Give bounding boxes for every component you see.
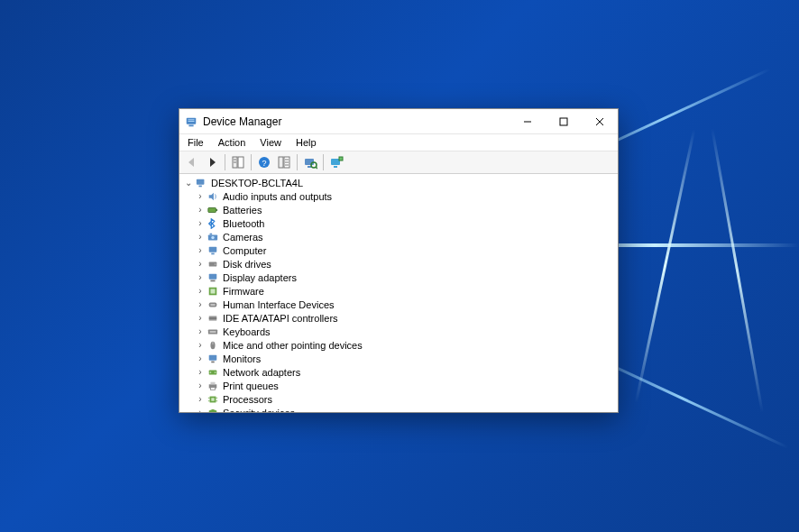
computer-icon <box>194 177 208 189</box>
menu-help[interactable]: Help <box>289 136 323 149</box>
expand-icon[interactable]: › <box>195 368 206 377</box>
show-hide-console-tree-button[interactable] <box>228 152 248 172</box>
display-icon <box>206 271 220 284</box>
svg-rect-24 <box>334 166 337 168</box>
svg-rect-25 <box>339 157 343 161</box>
toolbar-separator <box>251 154 252 170</box>
svg-rect-9 <box>238 157 243 168</box>
mouse-icon <box>206 339 220 352</box>
device-manager-window: Device Manager File Action View Help <box>179 108 619 413</box>
tree-category-disk[interactable]: ›Disk drives <box>195 257 614 271</box>
expand-icon[interactable]: › <box>195 273 206 282</box>
tree-root-node[interactable]: ⌄ DESKTOP-BCLTA4L <box>183 176 614 189</box>
expand-icon[interactable]: › <box>195 354 206 363</box>
desktop-wallpaper: Device Manager File Action View Help <box>0 0 799 532</box>
tree-category-printer[interactable]: ›Print queues <box>195 379 614 392</box>
scan-hardware-button[interactable] <box>300 152 320 172</box>
category-label: Display adapters <box>223 272 297 283</box>
monitor-icon <box>206 353 220 365</box>
expand-icon[interactable]: › <box>195 233 206 242</box>
menu-action[interactable]: Action <box>212 136 253 149</box>
disk-icon <box>206 258 220 271</box>
tree-category-display[interactable]: ›Display adapters <box>195 271 614 284</box>
menu-file[interactable]: File <box>181 136 210 149</box>
computer-icon <box>206 244 220 257</box>
svg-text:?: ? <box>262 159 266 168</box>
action-button[interactable] <box>274 152 294 172</box>
menubar: File Action View Help <box>179 134 618 151</box>
toolbar-separator <box>297 154 298 170</box>
titlebar[interactable]: Device Manager <box>179 109 618 134</box>
expand-icon[interactable]: › <box>195 381 206 390</box>
expand-icon[interactable]: › <box>195 327 206 336</box>
tree-category-keyboard[interactable]: ›Keyboards <box>195 325 614 338</box>
battery-icon <box>206 204 220 216</box>
svg-rect-27 <box>198 185 201 187</box>
tree-category-battery[interactable]: ›Batteries <box>195 203 614 216</box>
category-label: Network adapters <box>223 367 300 378</box>
expand-icon[interactable]: › <box>195 219 206 228</box>
network-icon <box>206 366 220 379</box>
svg-rect-1 <box>188 124 193 126</box>
category-label: Cameras <box>223 232 263 243</box>
menu-view[interactable]: View <box>253 136 288 149</box>
expand-icon[interactable]: › <box>195 192 206 201</box>
tree-category-network[interactable]: ›Network adapters <box>195 365 614 379</box>
window-title: Device Manager <box>203 115 281 128</box>
ide-icon <box>206 312 220 325</box>
tree-category-security[interactable]: ›Security devices <box>195 406 614 412</box>
expand-icon[interactable]: › <box>195 246 206 255</box>
tree-category-audio[interactable]: ›Audio inputs and outputs <box>195 189 614 203</box>
category-label: Bluetooth <box>223 218 264 229</box>
svg-rect-19 <box>305 159 314 165</box>
processor-icon <box>206 393 220 406</box>
hid-icon <box>206 298 220 311</box>
expand-icon[interactable]: › <box>195 395 206 404</box>
svg-rect-3 <box>188 121 195 122</box>
tree-category-bluetooth[interactable]: ›Bluetooth <box>195 216 614 230</box>
minimize-button[interactable] <box>510 109 546 134</box>
category-label: Print queues <box>223 381 279 391</box>
security-icon <box>206 407 220 413</box>
camera-icon <box>206 231 220 243</box>
device-tree[interactable]: ⌄ DESKTOP-BCLTA4L ›Audio inputs and outp… <box>179 174 618 412</box>
category-label: Processors <box>223 394 272 405</box>
expand-icon[interactable]: › <box>195 206 206 215</box>
forward-button[interactable] <box>202 152 222 172</box>
svg-line-22 <box>316 167 317 169</box>
tree-category-mouse[interactable]: ›Mice and other pointing devices <box>195 338 614 352</box>
close-button[interactable] <box>582 109 618 134</box>
tree-category-computer[interactable]: ›Computer <box>195 243 614 257</box>
root-label: DESKTOP-BCLTA4L <box>211 178 303 188</box>
device-manager-icon <box>185 115 197 128</box>
tree-category-camera[interactable]: ›Cameras <box>195 230 614 243</box>
expand-icon[interactable]: › <box>195 287 206 296</box>
tree-category-firmware[interactable]: ›Firmware <box>195 284 614 298</box>
category-label: Human Interface Devices <box>223 299 335 310</box>
tree-category-hid[interactable]: ›Human Interface Devices <box>195 298 614 311</box>
keyboard-icon <box>206 326 220 338</box>
expand-icon[interactable]: › <box>195 300 206 309</box>
collapse-icon[interactable]: ⌄ <box>183 179 194 188</box>
expand-icon[interactable]: › <box>195 408 206 413</box>
expand-icon[interactable]: › <box>195 341 206 350</box>
category-label: Batteries <box>223 205 262 216</box>
firmware-icon <box>206 285 220 298</box>
toolbar-separator <box>225 154 225 170</box>
audio-icon <box>206 190 220 203</box>
tree-category-processor[interactable]: ›Processors <box>195 392 614 406</box>
tree-category-ide[interactable]: ›IDE ATA/ATAPI controllers <box>195 311 614 325</box>
category-label: Mice and other pointing devices <box>223 340 363 351</box>
svg-rect-26 <box>197 179 205 184</box>
category-label: IDE ATA/ATAPI controllers <box>223 313 338 324</box>
add-legacy-hardware-button[interactable] <box>326 152 346 172</box>
tree-category-monitor[interactable]: ›Monitors <box>195 352 614 365</box>
help-button[interactable]: ? <box>254 152 274 172</box>
back-button[interactable] <box>182 152 202 172</box>
category-label: Disk drives <box>223 259 271 270</box>
maximize-button[interactable] <box>546 109 582 134</box>
expand-icon[interactable]: › <box>195 314 206 323</box>
expand-icon[interactable]: › <box>195 260 206 269</box>
printer-icon <box>206 380 220 392</box>
category-label: Monitors <box>223 353 261 364</box>
